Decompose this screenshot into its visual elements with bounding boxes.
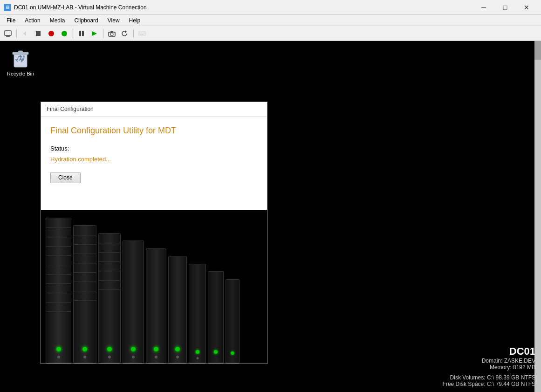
- desktop: Recycle Bin Final Configuration Final Co…: [0, 41, 541, 392]
- back-button[interactable]: [19, 28, 31, 39]
- checkpoint-button[interactable]: [106, 28, 118, 39]
- memory-label: Memory: 8192 MB: [443, 364, 535, 371]
- system-info-overlay: DC01 Domain: ZASKE.DEV Memory: 8192 MB D…: [443, 345, 535, 387]
- minimize-button[interactable]: ─: [473, 0, 494, 15]
- menu-action[interactable]: Action: [20, 16, 45, 25]
- svg-point-7: [62, 31, 67, 36]
- window-controls: ─ □ ✕: [473, 0, 537, 15]
- power-off-button[interactable]: [45, 28, 57, 39]
- dialog-close-button[interactable]: Close: [50, 172, 81, 183]
- domain-label: Domain: ZASKE.DEV: [443, 358, 535, 364]
- app-icon: 🖥: [4, 4, 11, 11]
- title-bar: 🖥 DC01 on UMM-MZ-LAB - Virtual Machine C…: [0, 0, 541, 15]
- dialog-title: Final Configuration: [47, 106, 94, 112]
- svg-rect-5: [36, 31, 41, 36]
- svg-rect-0: [5, 31, 11, 35]
- hostname-label: DC01: [443, 345, 535, 358]
- resume-button[interactable]: [89, 28, 101, 39]
- toolbar-sep-1: [16, 29, 17, 38]
- free-disk-label: Free Disk Space: C:\ 79.44 GB NTFS: [443, 381, 535, 387]
- close-button[interactable]: ✕: [516, 0, 537, 15]
- recycle-bin-label: Recycle Bin: [7, 71, 34, 76]
- scrollbar-thumb[interactable]: [534, 41, 541, 60]
- window-title: DC01 on UMM-MZ-LAB - Virtual Machine Con…: [14, 4, 473, 11]
- status-value: Hydration completed...: [50, 156, 258, 163]
- menu-file[interactable]: File: [2, 16, 20, 25]
- svg-marker-14: [125, 30, 127, 33]
- menu-help[interactable]: Help: [124, 16, 145, 25]
- dialog-content: Final Configuration Utility for MDT Stat…: [41, 117, 267, 210]
- recycle-bin-icon[interactable]: Recycle Bin: [4, 45, 37, 78]
- revert-button[interactable]: [119, 28, 131, 39]
- svg-rect-23: [18, 51, 23, 53]
- maximize-button[interactable]: □: [494, 0, 516, 15]
- menu-bar: File Action Media Clipboard View Help: [0, 15, 541, 26]
- screen-button[interactable]: [2, 28, 14, 39]
- menu-clipboard[interactable]: Clipboard: [69, 16, 103, 25]
- svg-point-12: [110, 33, 113, 35]
- svg-rect-15: [139, 32, 145, 35]
- svg-rect-13: [110, 31, 113, 33]
- disk-volumes-label: Disk Volumes: C:\ 98.39 GB NTFS: [443, 374, 535, 381]
- svg-rect-9: [82, 31, 84, 36]
- svg-point-6: [48, 31, 54, 36]
- toolbar-sep-4: [133, 29, 134, 38]
- svg-rect-8: [79, 31, 81, 36]
- status-label: Status:: [50, 145, 258, 152]
- menu-view[interactable]: View: [103, 16, 124, 25]
- keyboard-button[interactable]: [136, 28, 148, 39]
- svg-marker-10: [92, 31, 97, 36]
- dialog-titlebar: Final Configuration: [41, 102, 267, 117]
- dialog-heading: Final Configuration Utility for MDT: [50, 126, 258, 136]
- vm-screen[interactable]: Recycle Bin Final Configuration Final Co…: [0, 41, 541, 392]
- svg-marker-4: [23, 31, 26, 36]
- stop-button[interactable]: [32, 28, 44, 39]
- scrollbar[interactable]: [534, 41, 541, 392]
- pause-button[interactable]: [75, 28, 88, 39]
- toolbar: [0, 26, 541, 41]
- power-on-button[interactable]: [58, 28, 70, 39]
- toolbar-sep-3: [103, 29, 103, 38]
- toolbar-sep-2: [73, 29, 73, 38]
- configuration-dialog: Final Configuration Final Configuration …: [41, 102, 267, 364]
- menu-media[interactable]: Media: [45, 16, 70, 25]
- recycle-bin-svg: [9, 47, 32, 69]
